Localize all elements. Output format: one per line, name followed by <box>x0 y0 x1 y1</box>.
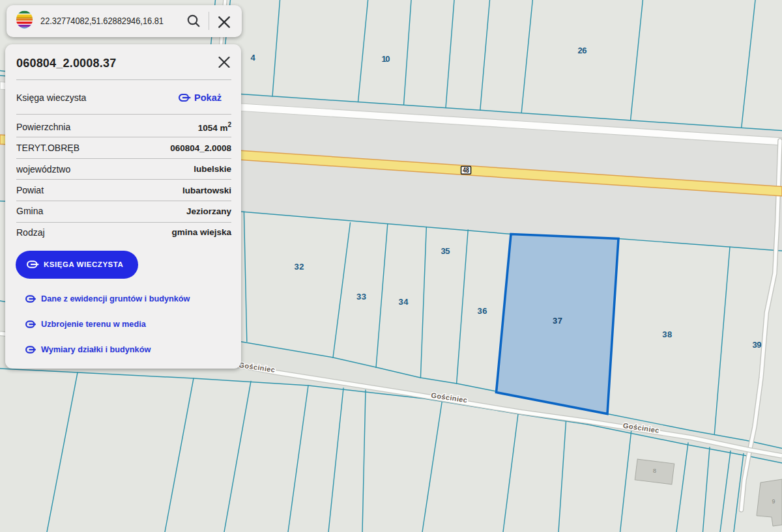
svg-text:39: 39 <box>753 340 762 350</box>
svg-text:8: 8 <box>653 468 656 474</box>
svg-text:37: 37 <box>553 316 562 326</box>
svg-text:38: 38 <box>662 329 672 339</box>
svg-text:35: 35 <box>441 246 450 256</box>
svg-text:9: 9 <box>772 498 775 505</box>
svg-text:26: 26 <box>578 46 587 55</box>
svg-text:34: 34 <box>399 297 409 307</box>
svg-text:32: 32 <box>295 262 304 272</box>
svg-text:33: 33 <box>356 292 366 301</box>
svg-text:48: 48 <box>463 167 469 174</box>
svg-text:10: 10 <box>382 54 390 64</box>
svg-text:4: 4 <box>250 53 255 63</box>
svg-text:36: 36 <box>478 306 487 316</box>
